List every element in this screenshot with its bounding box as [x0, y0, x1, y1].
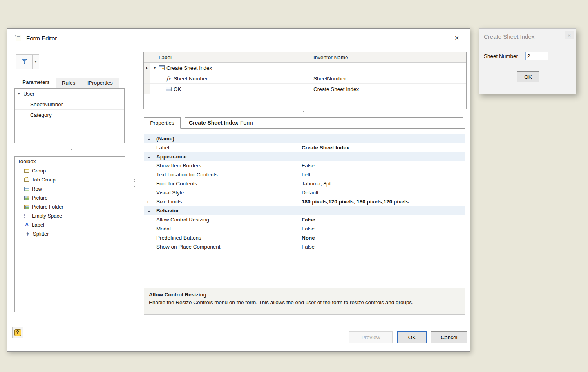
grid-splitter-grip[interactable] — [298, 111, 310, 112]
column-header-text: Label — [159, 54, 172, 60]
property-name: Visual Style — [156, 190, 299, 196]
toolbox-item-group[interactable]: Group — [15, 166, 125, 175]
sheet-number-input[interactable] — [525, 52, 548, 60]
category-row-name[interactable]: ⌄ (Name) — [144, 134, 465, 143]
picture-folder-icon — [24, 205, 29, 209]
property-row-show-on-place-component[interactable]: Show on Place Component False — [144, 242, 465, 251]
toolbox-item-label: Row — [32, 186, 42, 192]
minimize-button[interactable] — [412, 30, 430, 46]
chevron-down-icon[interactable]: ⌄ — [144, 154, 156, 159]
property-value[interactable]: False — [299, 242, 465, 251]
button-label: OK — [408, 334, 416, 340]
picture-icon — [24, 196, 29, 200]
property-row-allow-control-resizing[interactable]: Allow Control Resizing False — [144, 215, 465, 224]
grid-name-text: Create Sheet Index — [313, 86, 359, 92]
tree-node-label: SheetNumber — [30, 102, 63, 107]
property-row-label[interactable]: Label Create Sheet Index — [144, 143, 465, 152]
dialog-close-button[interactable]: × — [565, 31, 574, 39]
filter-toolbar: ▾ — [16, 54, 39, 69]
ok-button[interactable]: OK — [397, 331, 427, 343]
filter-funnel-icon — [21, 58, 27, 65]
grid-label-cell[interactable]: ƒx Sheet Number — [150, 73, 310, 83]
toolbox-item-label: Splitter — [33, 231, 49, 237]
form-grid-row-create-sheet-index[interactable]: ▸ ▾ Create Sheet Index — [144, 63, 466, 73]
grid-label-cell[interactable]: OK — [150, 84, 310, 94]
category-row-behavior[interactable]: ⌄ Behavior — [144, 206, 465, 215]
tree-expander-icon[interactable]: ▾ — [152, 66, 157, 70]
property-value[interactable]: False — [299, 224, 465, 233]
toolbox-item-tab-group[interactable]: Tab Group — [15, 175, 125, 184]
maximize-button[interactable] — [430, 30, 448, 46]
property-value[interactable]: False — [299, 215, 465, 224]
category-label: (Name) — [156, 136, 299, 142]
filter-dropdown-button[interactable]: ▾ — [33, 54, 39, 69]
tab-label: Parameters — [22, 79, 50, 85]
property-value[interactable]: Default — [299, 188, 465, 197]
title-bar: Form Editor × — [7, 29, 470, 47]
property-value[interactable]: False — [299, 161, 465, 170]
horizontal-splitter-grip[interactable] — [66, 149, 78, 150]
property-name: Allow Control Resizing — [156, 217, 299, 223]
form-grid-row-ok[interactable]: OK Create Sheet Index — [144, 84, 466, 94]
tree-node-category[interactable]: Category — [15, 110, 124, 120]
category-row-appearance[interactable]: ⌄ Appearance — [144, 152, 465, 161]
toolbox-item-row[interactable]: Row — [15, 184, 125, 193]
collapse-arrow-icon[interactable]: ▾ — [18, 92, 20, 96]
selected-object-name: Create Sheet Index — [189, 120, 238, 126]
chevron-down-icon[interactable]: ⌄ — [144, 136, 156, 141]
property-row-visual-style[interactable]: Visual Style Default — [144, 188, 465, 197]
property-row-text-location[interactable]: Text Location for Contents Left — [144, 170, 465, 179]
chevron-down-icon[interactable]: ⌄ — [144, 208, 156, 213]
property-value[interactable]: None — [299, 233, 465, 242]
close-button[interactable]: × — [448, 30, 466, 46]
toolbox-item-picture[interactable]: Picture — [15, 193, 125, 202]
tab-rules[interactable]: Rules — [56, 78, 82, 88]
column-header-label[interactable]: Label — [150, 52, 310, 62]
property-row-modal[interactable]: Modal False — [144, 224, 465, 233]
toolbox-item-picture-folder[interactable]: Picture Folder — [15, 202, 125, 211]
parameters-tree: ▾ User SheetNumber Category — [14, 88, 125, 143]
tree-node-user[interactable]: ▾ User — [15, 89, 124, 99]
form-grid-row-sheet-number[interactable]: ƒx Sheet Number SheetNumber — [144, 73, 466, 84]
property-row-predefined-buttons[interactable]: Predefined Buttons None — [144, 233, 465, 242]
grid-inventor-name-cell[interactable]: SheetNumber — [310, 73, 466, 83]
property-row-font-for-contents[interactable]: Font for Contents Tahoma, 8pt — [144, 179, 465, 188]
toolbox-item-label: Empty Space — [32, 213, 62, 219]
help-button[interactable]: ? — [12, 327, 23, 338]
chevron-right-icon[interactable]: › — [144, 199, 156, 204]
close-icon: × — [568, 32, 571, 39]
toolbox-item-empty-space[interactable]: Empty Space — [15, 211, 125, 220]
tab-iproperties[interactable]: iProperties — [81, 78, 119, 88]
toolbox-item-label: Label — [32, 222, 44, 228]
left-tab-strip: Parameters Rules iProperties — [16, 76, 119, 88]
filter-button[interactable] — [16, 54, 33, 69]
tree-node-sheetnumber[interactable]: SheetNumber — [15, 99, 124, 110]
header-separator — [10, 50, 132, 50]
grid-inventor-name-cell[interactable]: Create Sheet Index — [310, 84, 466, 94]
property-value[interactable]: Create Sheet Index — [299, 143, 465, 152]
grid-name-text: SheetNumber — [313, 76, 346, 82]
form-icon — [159, 65, 165, 70]
toolbox-item-label[interactable]: A Label — [15, 220, 125, 229]
tree-node-label: User — [24, 91, 35, 97]
vertical-splitter-grip[interactable] — [134, 179, 135, 191]
cancel-button[interactable]: Cancel — [431, 331, 467, 343]
category-label: Behavior — [156, 208, 299, 214]
column-header-inventor-name[interactable]: Inventor Name — [310, 52, 466, 62]
properties-tab[interactable]: Properties — [144, 117, 181, 129]
property-value[interactable]: Left — [299, 170, 465, 179]
maximize-icon — [437, 36, 441, 40]
empty-space-icon — [24, 214, 29, 218]
grid-inventor-name-cell[interactable] — [310, 63, 466, 73]
description-body: Enable the Resize Controls menu on the f… — [149, 299, 460, 307]
grid-label-cell[interactable]: ▾ Create Sheet Index — [150, 63, 310, 73]
tab-parameters[interactable]: Parameters — [16, 76, 56, 88]
dialog-ok-button[interactable]: OK — [517, 71, 539, 82]
grid-header-row: Label Inventor Name — [144, 52, 466, 63]
property-value[interactable]: 180 pixels,120 pixels, 180 pixels,120 pi… — [299, 197, 465, 206]
window-title: Form Editor — [26, 35, 57, 42]
property-row-size-limits[interactable]: › Size Limits 180 pixels,120 pixels, 180… — [144, 197, 465, 206]
toolbox-item-splitter[interactable]: ◂|▸ Splitter — [15, 229, 125, 238]
property-row-show-item-borders[interactable]: Show Item Borders False — [144, 161, 465, 170]
property-value[interactable]: Tahoma, 8pt — [299, 179, 465, 188]
